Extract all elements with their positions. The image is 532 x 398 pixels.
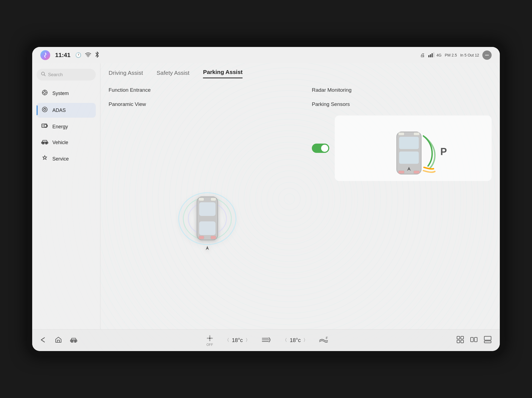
svg-rect-29 <box>199 198 204 201</box>
version-info: PM 2.5 <box>445 53 457 57</box>
parking-car-svg: P <box>375 121 451 176</box>
profile-button[interactable] <box>482 51 492 60</box>
svg-point-8 <box>44 91 46 94</box>
parking-sensors-label: Parking Sensors <box>312 101 350 107</box>
svg-rect-50 <box>461 340 464 343</box>
svg-rect-3 <box>432 53 433 57</box>
screen-bezel: 11:41 🕐 <box>27 42 505 356</box>
svg-rect-53 <box>484 336 491 340</box>
signal-info: 4G <box>428 52 442 58</box>
adas-label: ADAS <box>52 108 66 113</box>
parking-sensors-toggle[interactable] <box>312 144 329 153</box>
bottom-right <box>457 336 492 345</box>
right-temp-down[interactable]: 〈 <box>283 337 287 343</box>
back-button[interactable] <box>40 337 47 344</box>
time-display: 11:41 <box>55 52 70 59</box>
grid2-button[interactable] <box>470 336 477 345</box>
main-content: Search System <box>32 63 500 329</box>
status-left: 11:41 🕐 <box>40 50 99 60</box>
svg-rect-38 <box>398 171 404 174</box>
split-button[interactable] <box>484 336 492 345</box>
svg-rect-1 <box>428 55 429 57</box>
vehicle-label: Vehicle <box>52 140 68 145</box>
sidebar-item-service[interactable]: Service <box>37 152 96 166</box>
status-right: 🖨 4G PM 2.5 In 5 <box>420 51 492 60</box>
sidebar-item-system[interactable]: System <box>37 86 96 101</box>
function-entrance-label[interactable]: Function Entrance <box>109 85 306 95</box>
svg-line-7 <box>44 75 46 76</box>
svg-rect-37 <box>414 132 420 135</box>
sidebar: Search System <box>32 63 100 329</box>
svg-rect-51 <box>471 337 473 342</box>
energy-label: Energy <box>52 124 68 130</box>
svg-text:F: F <box>326 336 328 340</box>
bottom-bar: OFF 〈 18°c 〉 <box>32 329 500 351</box>
system-icon <box>41 89 49 97</box>
sidebar-item-energy[interactable]: Energy <box>37 120 96 133</box>
left-temp-up[interactable]: 〉 <box>246 337 250 343</box>
tab-parking[interactable]: Parking Assist <box>203 69 243 78</box>
tab-safety[interactable]: Safety Assist <box>157 70 189 78</box>
svg-rect-41 <box>57 340 59 342</box>
home-button[interactable] <box>55 337 62 344</box>
search-placeholder: Search <box>48 72 63 78</box>
left-panel: Function Entrance Panoramic View <box>109 85 306 324</box>
svg-rect-31 <box>199 236 204 239</box>
defrost-icon[interactable]: F <box>319 335 328 345</box>
svg-point-45 <box>209 337 211 339</box>
radar-monitoring-label: Radar Monitoring <box>312 85 492 95</box>
right-temp-value: 18°c <box>290 337 301 343</box>
right-temp-control[interactable]: 〈 18°c 〉 <box>283 337 308 343</box>
panoramic-view-label[interactable]: Panoramic View <box>109 99 306 109</box>
left-temp-down[interactable]: 〈 <box>225 337 229 343</box>
tab-driving[interactable]: Driving Assist <box>109 70 143 78</box>
svg-text:P: P <box>440 146 447 157</box>
sidebar-item-adas[interactable]: ADAS <box>37 103 96 118</box>
parking-sensor-row: Parking Sensors <box>312 99 492 109</box>
svg-rect-18 <box>42 124 44 127</box>
car-icon[interactable] <box>70 337 77 344</box>
adas-icon <box>41 106 49 114</box>
left-temp-value: 18°c <box>232 337 243 343</box>
svg-rect-52 <box>474 337 477 342</box>
panels: Function Entrance Panoramic View <box>109 85 492 324</box>
car-top-view-svg <box>177 170 237 268</box>
svg-rect-32 <box>211 236 216 239</box>
airflow-icon <box>261 335 272 345</box>
right-temp-up[interactable]: 〉 <box>303 337 308 343</box>
svg-rect-19 <box>44 124 46 127</box>
content-area: Driving Assist Safety Assist Parking Ass… <box>100 63 500 329</box>
system-label: System <box>52 91 69 96</box>
svg-rect-34 <box>399 137 419 149</box>
sidebar-item-vehicle[interactable]: Vehicle <box>37 136 96 149</box>
svg-rect-17 <box>47 125 48 127</box>
svg-rect-2 <box>430 54 431 57</box>
parking-visual: P <box>335 115 492 181</box>
service-label: Service <box>52 156 69 162</box>
grid4-button[interactable] <box>457 336 464 345</box>
left-temp-control[interactable]: 〈 18°c 〉 <box>225 337 250 343</box>
logo-icon <box>40 50 50 60</box>
svg-rect-4 <box>433 52 434 57</box>
svg-rect-48 <box>461 336 464 339</box>
svg-point-14 <box>42 107 47 112</box>
svg-point-0 <box>88 56 89 57</box>
network-type: 4G <box>437 53 442 57</box>
service-icon <box>41 155 49 163</box>
fan-control[interactable]: OFF <box>206 334 214 347</box>
svg-rect-39 <box>414 171 420 174</box>
printer-icon: 🖨 <box>420 52 425 58</box>
svg-rect-30 <box>211 198 216 201</box>
clock-icon: 🕐 <box>75 52 81 58</box>
screen: 11:41 🕐 <box>32 47 500 351</box>
svg-rect-35 <box>399 152 419 164</box>
svg-rect-47 <box>457 336 460 339</box>
svg-rect-27 <box>199 202 216 216</box>
in-out-count: In 5 Out 12 <box>460 53 479 57</box>
search-box[interactable]: Search <box>37 69 96 81</box>
svg-rect-36 <box>398 132 404 135</box>
tabs: Driving Assist Safety Assist Parking Ass… <box>109 69 492 78</box>
right-panel: Radar Monitoring Parking Sensors <box>312 85 492 324</box>
vehicle-icon <box>41 139 49 146</box>
wifi-icon <box>85 52 91 58</box>
